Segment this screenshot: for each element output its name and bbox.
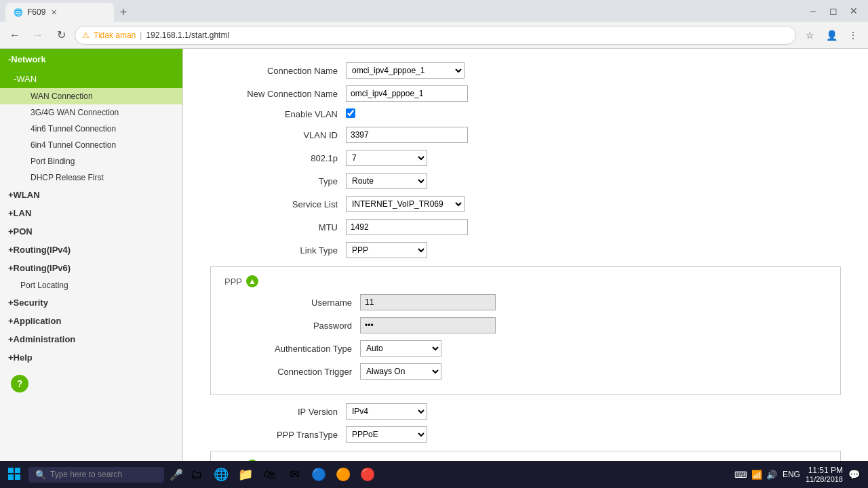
- sidebar-item-dhcp-release[interactable]: DHCP Release First: [0, 169, 182, 186]
- reload-button[interactable]: ↻: [52, 26, 71, 45]
- ppp-section-label: PPP: [224, 277, 242, 287]
- browser-toolbar: ← → ↻ ⚠ Tidak aman | 192.168.1.1/start.g…: [0, 22, 868, 49]
- taskbar-icon-mail[interactable]: ✉: [283, 464, 305, 485]
- enable-vlan-checkbox[interactable]: [346, 108, 355, 118]
- type-select[interactable]: Route Bridge: [346, 173, 427, 189]
- conn-trigger-label: Connection Trigger: [224, 367, 360, 377]
- sidebar-item-3g4g[interactable]: 3G/4G WAN Connection: [0, 104, 182, 121]
- type-row: Type Route Bridge: [210, 173, 841, 189]
- taskbar-icon-app2[interactable]: 🔴: [357, 464, 378, 485]
- taskbar: 🔍 Type here to search 🎤 🗂 🌐 📁 🛍 ✉ 🔵 🟠 🔴 …: [0, 461, 868, 488]
- service-list-row: Service List INTERNET_VoIP_TR069: [210, 196, 841, 212]
- close-button[interactable]: ✕: [845, 2, 863, 20]
- taskbar-time: 11:51 PM: [806, 466, 843, 475]
- taskbar-icon-chrome[interactable]: 🔵: [308, 464, 330, 485]
- mtu-row: MTU: [210, 219, 841, 235]
- sidebar-item-security[interactable]: +Security: [0, 293, 182, 312]
- browser-tab[interactable]: 🌐 F609 ✕: [5, 3, 114, 22]
- tab-title: F609: [27, 7, 45, 17]
- taskbar-mic-icon[interactable]: 🎤: [170, 468, 183, 481]
- minimize-button[interactable]: –: [804, 2, 822, 20]
- auth-type-label: Authentication Type: [224, 344, 360, 354]
- sidebar-item-lan[interactable]: +LAN: [0, 204, 182, 222]
- link-type-select[interactable]: PPP IPoE: [346, 242, 427, 258]
- tab-close-icon[interactable]: ✕: [51, 8, 57, 17]
- forward-button[interactable]: →: [28, 26, 47, 45]
- mtu-label: MTU: [210, 222, 346, 232]
- username-row: Username: [224, 294, 827, 310]
- ip-version-select[interactable]: IPv4IPv6IPv4/IPv6: [346, 403, 427, 420]
- restore-button[interactable]: ◻: [825, 2, 842, 20]
- taskbar-date: 11/28/2018: [806, 475, 843, 483]
- connection-name-select[interactable]: omci_ipv4_pppoe_1: [346, 62, 465, 79]
- start-button[interactable]: [3, 465, 26, 485]
- bookmark-star-button[interactable]: ☆: [800, 26, 819, 45]
- profile-button[interactable]: 👤: [822, 26, 841, 45]
- new-connection-name-row: New Connection Name: [210, 85, 841, 102]
- conn-trigger-row: Connection Trigger Always OnOn DemandMan…: [224, 363, 827, 380]
- address-text[interactable]: 192.168.1.1/start.ghtml: [146, 30, 789, 40]
- taskbar-icon-edge[interactable]: 🌐: [210, 464, 232, 485]
- menu-button[interactable]: ⋮: [844, 26, 863, 45]
- svg-rect-1: [15, 468, 20, 473]
- ppp-section: PPP ▲ Username Password Authentication T…: [210, 266, 841, 395]
- address-separator: |: [140, 30, 142, 40]
- auth-type-select[interactable]: AutoPAPCHAP: [360, 340, 441, 357]
- new-connection-name-input[interactable]: [346, 85, 468, 102]
- sidebar-item-4in6[interactable]: 4in6 Tunnel Connection: [0, 121, 182, 137]
- sidebar-network[interactable]: -Network: [0, 49, 182, 70]
- sidebar-item-port-binding[interactable]: Port Binding: [0, 153, 182, 169]
- sidebar-item-application[interactable]: +Application: [0, 312, 182, 330]
- browser-titlebar: 🌐 F609 ✕ + – ◻ ✕: [0, 0, 868, 22]
- vlan-id-input[interactable]: [346, 127, 468, 143]
- svg-rect-0: [8, 468, 14, 473]
- mtu-input[interactable]: [346, 219, 468, 235]
- sidebar-item-wlan[interactable]: +WLAN: [0, 186, 182, 204]
- sidebar: -Network -WAN WAN Connection 3G/4G WAN C…: [0, 49, 183, 488]
- ppp-transtype-select[interactable]: PPPoEPPPoA: [346, 426, 427, 443]
- dot1p-label: 802.1p: [210, 153, 346, 163]
- tab-favicon: 🌐: [14, 8, 23, 17]
- sidebar-item-port-locating[interactable]: Port Locating: [0, 277, 182, 293]
- search-icon: 🔍: [35, 470, 46, 480]
- password-row: Password: [224, 317, 827, 333]
- sidebar-item-administration[interactable]: +Administration: [0, 330, 182, 348]
- username-input[interactable]: [360, 294, 496, 310]
- taskbar-icon-explorer[interactable]: 📁: [235, 464, 256, 485]
- ppp-transtype-row: PPP TransType PPPoEPPPoA: [210, 426, 841, 443]
- link-type-row: Link Type PPP IPoE: [210, 242, 841, 258]
- sidebar-item-help[interactable]: +Help: [0, 348, 182, 367]
- sidebar-item-wan-connection[interactable]: WAN Connection: [0, 88, 182, 104]
- help-button[interactable]: ?: [11, 375, 28, 392]
- sidebar-item-6in4[interactable]: 6in4 Tunnel Connection: [0, 137, 182, 153]
- taskbar-icon-store[interactable]: 🛍: [259, 464, 281, 485]
- taskbar-search-label: Type here to search: [50, 470, 122, 479]
- dot1p-select[interactable]: 7 0123456: [346, 150, 427, 166]
- main-content: Connection Name omci_ipv4_pppoe_1 New Co…: [183, 49, 868, 488]
- new-connection-name-label: New Connection Name: [210, 89, 346, 99]
- back-button[interactable]: ←: [5, 26, 24, 45]
- sidebar-item-routing-ipv4[interactable]: +Routing(IPv4): [0, 241, 182, 259]
- svg-rect-3: [15, 474, 20, 480]
- username-label: Username: [224, 298, 360, 308]
- notification-icon[interactable]: 💬: [848, 469, 860, 480]
- new-tab-button[interactable]: +: [114, 3, 133, 22]
- security-icon: ⚠: [82, 30, 90, 40]
- sidebar-wan[interactable]: -WAN: [0, 70, 182, 88]
- auth-type-row: Authentication Type AutoPAPCHAP: [224, 340, 827, 357]
- service-list-select[interactable]: INTERNET_VoIP_TR069: [346, 196, 465, 212]
- system-tray-icons: ⌨📶🔊: [734, 470, 777, 480]
- connection-name-row: Connection Name omci_ipv4_pppoe_1: [210, 62, 841, 79]
- conn-trigger-select[interactable]: Always OnOn DemandManual: [360, 363, 441, 380]
- connection-name-label: Connection Name: [210, 66, 346, 76]
- taskbar-icon-app1[interactable]: 🟠: [332, 464, 354, 485]
- taskbar-search-box[interactable]: 🔍 Type here to search: [28, 467, 164, 483]
- password-input[interactable]: [360, 317, 496, 333]
- dot1p-row: 802.1p 7 0123456: [210, 150, 841, 166]
- sidebar-item-routing-ipv6[interactable]: +Routing(IPv6): [0, 259, 182, 277]
- ppp-collapse-button[interactable]: ▲: [246, 275, 258, 287]
- password-label: Password: [224, 321, 360, 331]
- enable-vlan-row: Enable VLAN: [210, 108, 841, 120]
- taskbar-icon-task[interactable]: 🗂: [186, 464, 208, 485]
- sidebar-item-pon[interactable]: +PON: [0, 222, 182, 241]
